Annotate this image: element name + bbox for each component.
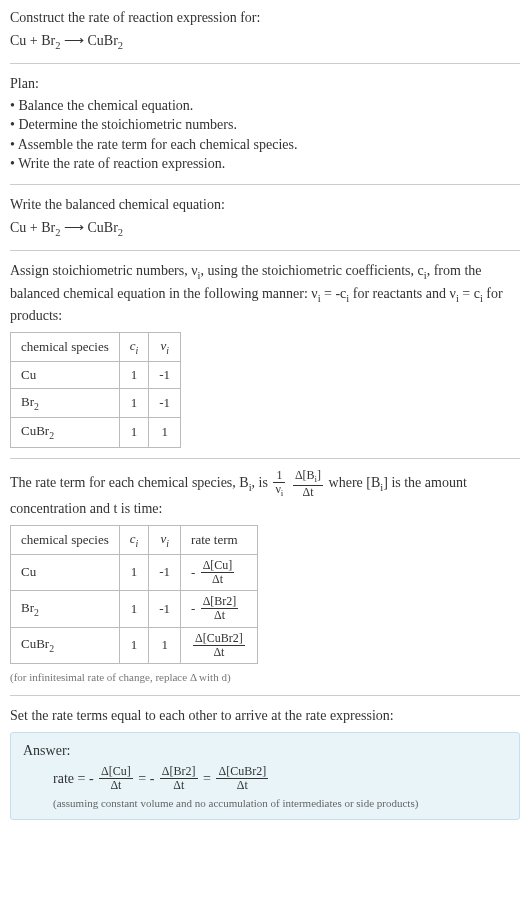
rateterm-footnote: (for infinitesimal rate of change, repla… (10, 670, 520, 685)
rate-frac: Δ[Cu] Δt (201, 559, 235, 586)
cell-species: CuBr2 (11, 627, 120, 663)
divider (10, 458, 520, 459)
eq-rhs: CuBr (87, 33, 117, 48)
text: Br (21, 394, 34, 409)
cell-vi: 1 (149, 418, 181, 447)
frac-den: Δt (201, 609, 239, 622)
table-row: Br2 1 -1 - Δ[Br2] Δt (11, 591, 258, 627)
eq-lhs: Cu + Br (10, 33, 55, 48)
cell-vi: -1 (149, 361, 181, 388)
plan-heading: Plan: (10, 74, 520, 94)
col-species: chemical species (11, 332, 120, 361)
equals: = (138, 770, 149, 785)
answer-note: (assuming constant volume and no accumul… (53, 796, 507, 811)
plan-item: Balance the chemical equation. (10, 96, 520, 116)
plan-item: Determine the stoichiometric numbers. (10, 115, 520, 135)
frac-den: Δt (193, 646, 245, 659)
frac-num: Δ[Cu] (99, 765, 133, 779)
text: CuBr (21, 636, 49, 651)
rate-prefix: rate = (53, 770, 89, 785)
cell-vi: -1 (149, 591, 181, 627)
neg-sign: - (191, 601, 195, 616)
frac-den: Δt (201, 573, 235, 586)
frac-num: Δ[Cu] (201, 559, 235, 573)
sub: 2 (34, 401, 39, 412)
eq-arrow: ⟶ (60, 33, 87, 48)
cell-vi: 1 (149, 627, 181, 663)
frac-num: Δ[Br2] (201, 595, 239, 609)
prompt-text: Construct the rate of reaction expressio… (10, 10, 260, 25)
frac-den: Δt (293, 486, 323, 499)
table-row: CuBr2 1 1 Δ[CuBr2] Δt (11, 627, 258, 663)
divider (10, 250, 520, 251)
frac-den: Δt (99, 779, 133, 792)
text: = -c (321, 286, 347, 301)
frac-one-over-nu: 1 νi (273, 469, 285, 499)
cell-rate: - Δ[Br2] Δt (181, 591, 258, 627)
text: = c (459, 286, 480, 301)
reaction-equation: Cu + Br2 ⟶ CuBr2 (10, 31, 520, 53)
table-row: Br2 1 -1 (11, 389, 181, 418)
rate-frac: Δ[CuBr2] Δt (216, 765, 268, 792)
answer-rate-expression: rate = - Δ[Cu] Δt = - Δ[Br2] Δt = Δ[CuBr… (53, 765, 507, 792)
table-row: CuBr2 1 1 (11, 418, 181, 447)
col-vi: νi (149, 525, 181, 554)
frac-num: Δ[Bi] (293, 469, 323, 486)
sub: 2 (49, 643, 54, 654)
plan-list: Balance the chemical equation. Determine… (10, 96, 520, 174)
eq-cubr-sub: 2 (118, 39, 123, 50)
final-heading: Set the rate terms equal to each other t… (10, 706, 520, 726)
eq-arrow: ⟶ (60, 220, 87, 235)
col-ci: ci (119, 332, 149, 361)
rateterm-intro: The rate term for each chemical species,… (10, 469, 520, 519)
answer-box: Answer: rate = - Δ[Cu] Δt = - Δ[Br2] Δt … (10, 732, 520, 820)
stoich-table: chemical species ci νi Cu 1 -1 Br2 1 -1 … (10, 332, 181, 448)
balanced-heading: Write the balanced chemical equation: (10, 195, 520, 215)
cell-ci: 1 (119, 627, 149, 663)
cell-ci: 1 (119, 418, 149, 447)
sub: 2 (49, 430, 54, 441)
col-ci: ci (119, 525, 149, 554)
answer-label: Answer: (23, 741, 507, 761)
table-row: Cu 1 -1 - Δ[Cu] Δt (11, 554, 258, 590)
table-row: Cu 1 -1 (11, 361, 181, 388)
cell-species: CuBr2 (11, 418, 120, 447)
divider (10, 695, 520, 696)
cell-species: Cu (11, 361, 120, 388)
cell-species: Br2 (11, 389, 120, 418)
frac-den: νi (273, 483, 285, 499)
text: , using the stoichiometric coefficients,… (200, 263, 423, 278)
neg-sign: - (89, 770, 94, 785)
text: Δ[B (295, 468, 315, 482)
cell-vi: -1 (149, 389, 181, 418)
cell-ci: 1 (119, 389, 149, 418)
divider (10, 184, 520, 185)
text: Assign stoichiometric numbers, ν (10, 263, 198, 278)
divider (10, 63, 520, 64)
text: ] (317, 468, 321, 482)
text: Br (21, 600, 34, 615)
cell-rate: - Δ[Cu] Δt (181, 554, 258, 590)
plan-item: Assemble the rate term for each chemical… (10, 135, 520, 155)
table-header-row: chemical species ci νi (11, 332, 181, 361)
frac-den: Δt (160, 779, 198, 792)
text: The rate term for each chemical species,… (10, 475, 249, 490)
col-vi: νi (149, 332, 181, 361)
cell-rate: Δ[CuBr2] Δt (181, 627, 258, 663)
text: for reactants and ν (349, 286, 456, 301)
sub: 2 (34, 606, 39, 617)
col-rate: rate term (181, 525, 258, 554)
eq-rhs: CuBr (87, 220, 117, 235)
rate-frac: Δ[Cu] Δt (99, 765, 133, 792)
plan-item: Write the rate of reaction expression. (10, 154, 520, 174)
cell-ci: 1 (119, 591, 149, 627)
prompt-line: Construct the rate of reaction expressio… (10, 8, 520, 28)
text: CuBr (21, 423, 49, 438)
neg-sign: - (191, 564, 195, 579)
text: where [B (329, 475, 381, 490)
col-species: chemical species (11, 525, 120, 554)
frac-num: Δ[CuBr2] (216, 765, 268, 779)
table-header-row: chemical species ci νi rate term (11, 525, 258, 554)
frac-num: 1 (273, 469, 285, 483)
cell-vi: -1 (149, 554, 181, 590)
